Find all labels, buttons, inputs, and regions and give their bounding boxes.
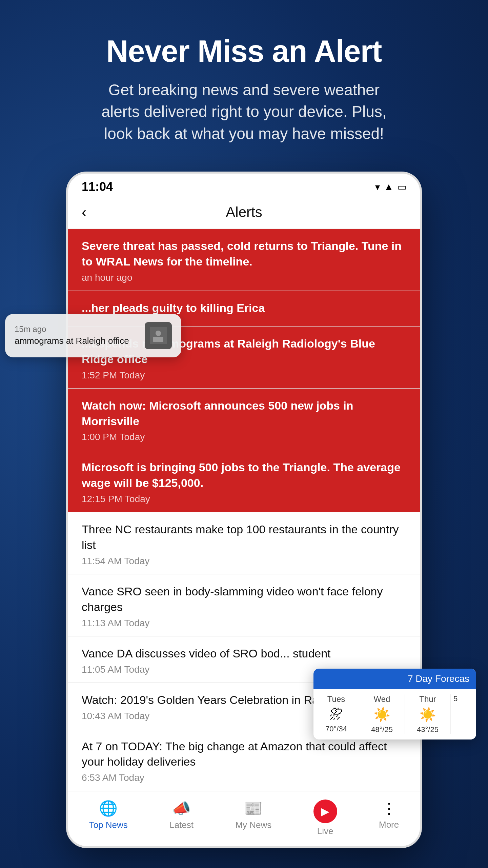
weather-condition-icon: ☀️ xyxy=(419,707,436,723)
app-header: ‹ Alerts xyxy=(68,197,420,229)
notif-thumbnail xyxy=(145,322,172,349)
notif-content: 15m ago ammograms at Raleigh office xyxy=(15,324,138,347)
battery-icon: ▭ xyxy=(398,181,406,193)
svg-rect-2 xyxy=(153,337,163,342)
nav-icon-top-news: 🌐 xyxy=(99,800,118,817)
nav-item-latest[interactable]: 📣 Latest xyxy=(169,800,194,836)
weather-day-thur: Thur ☀️ 43°/25 xyxy=(405,694,451,734)
weather-day-extra: 5 xyxy=(451,694,476,734)
alert-time: 6:53 AM Today xyxy=(82,772,406,783)
weather-condition-icon: ☀️ xyxy=(373,707,390,723)
weather-temp: 43°/25 xyxy=(417,725,439,734)
alert-time: 11:54 AM Today xyxy=(82,556,406,567)
notif-text: ammograms at Raleigh office xyxy=(15,335,138,347)
alert-item[interactable]: Severe threat has passed, cold returns t… xyxy=(68,229,420,291)
nav-icon-my-news: 📰 xyxy=(244,800,263,817)
play-icon: ▶ xyxy=(321,805,329,818)
status-time: 11:04 xyxy=(82,180,113,194)
alert-title: ...her pleads guilty to killing Erica xyxy=(82,300,406,316)
alert-time: 12:15 PM Today xyxy=(82,494,406,505)
hero-subtitle: Get breaking news and severe weather ale… xyxy=(92,79,396,144)
page-wrapper: Never Miss an Alert Get breaking news an… xyxy=(0,0,488,848)
alert-title: Three NC restaurants make top 100 restau… xyxy=(82,522,406,553)
nav-label-more: More xyxy=(379,820,399,830)
alert-time: 1:00 PM Today xyxy=(82,432,406,442)
alert-title: Microsoft is bringing 500 jobs to the Tr… xyxy=(82,460,406,491)
alert-item[interactable]: Microsoft is bringing 500 jobs to the Tr… xyxy=(68,450,420,512)
nav-label-live: Live xyxy=(317,826,333,836)
nav-icon-latest: 📣 xyxy=(172,800,191,817)
notif-time: 15m ago xyxy=(15,324,138,334)
weather-temp: 70°/34 xyxy=(325,725,347,733)
alert-title: At 7 on TODAY: The big change at Amazon … xyxy=(82,739,406,770)
weather-temp: 48°/25 xyxy=(371,725,393,734)
phone-container: 15m ago ammograms at Raleigh office 11:0… xyxy=(66,172,422,848)
weather-day-name: Thur xyxy=(419,694,436,704)
alert-title: Watch now: Microsoft announces 500 new j… xyxy=(82,398,406,429)
back-button[interactable]: ‹ xyxy=(82,204,86,220)
weather-day-tues: Tues ⛈ 70°/34 xyxy=(313,694,359,734)
weather-days: Tues ⛈ 70°/34 Wed ☀️ 48°/25 Thur ☀️ 43°/… xyxy=(313,689,476,739)
alert-item[interactable]: Three NC restaurants make top 100 restau… xyxy=(68,512,420,574)
notification-popup: 15m ago ammograms at Raleigh office xyxy=(5,314,181,357)
bottom-nav: 🌐 Top News 📣 Latest 📰 My News ▶ Live ⋮ M… xyxy=(68,791,420,846)
weather-temp-extra: 5 xyxy=(453,694,458,703)
phone-frame: 11:04 ▾ ▲ ▭ ‹ Alerts Severe threat has p… xyxy=(66,172,422,848)
nav-label-latest: Latest xyxy=(169,820,194,830)
nav-label-top-news: Top News xyxy=(89,820,128,830)
status-bar: 11:04 ▾ ▲ ▭ xyxy=(68,174,420,197)
hero-title: Never Miss an Alert xyxy=(106,34,382,69)
alert-time: an hour ago xyxy=(82,272,406,283)
weather-day-name: Tues xyxy=(327,694,345,704)
nav-item-more[interactable]: ⋮ More xyxy=(379,800,399,836)
nav-item-top-news[interactable]: 🌐 Top News xyxy=(89,800,128,836)
weather-header: 7 Day Forecas xyxy=(313,669,476,689)
alert-title: Vance DA discusses video of SRO bod... s… xyxy=(82,646,406,662)
status-icons: ▾ ▲ ▭ xyxy=(375,181,406,193)
alert-title: Severe threat has passed, cold returns t… xyxy=(82,238,406,270)
nav-icon-more: ⋮ xyxy=(382,800,396,817)
alert-item[interactable]: Vance SRO seen in body-slamming video wo… xyxy=(68,574,420,636)
weather-day-wed: Wed ☀️ 48°/25 xyxy=(359,694,405,734)
nav-item-live[interactable]: ▶ Live xyxy=(313,800,337,836)
live-button[interactable]: ▶ xyxy=(313,800,337,823)
alert-item[interactable]: Watch now: Microsoft announces 500 new j… xyxy=(68,389,420,451)
weather-condition-icon: ⛈ xyxy=(329,707,343,722)
alert-time: 1:52 PM Today xyxy=(82,370,406,381)
alert-title: Vance SRO seen in body-slamming video wo… xyxy=(82,584,406,615)
alert-time: 11:13 AM Today xyxy=(82,618,406,629)
signal-icon: ▲ xyxy=(384,181,393,192)
svg-point-1 xyxy=(156,331,161,336)
weather-day-name: Wed xyxy=(374,694,390,704)
nav-label-my-news: My News xyxy=(235,820,271,830)
alerts-title: Alerts xyxy=(226,204,262,220)
nav-item-my-news[interactable]: 📰 My News xyxy=(235,800,271,836)
wifi-icon: ▾ xyxy=(375,181,380,193)
weather-card: 7 Day Forecas Tues ⛈ 70°/34 Wed ☀️ 48°/2… xyxy=(313,669,476,739)
